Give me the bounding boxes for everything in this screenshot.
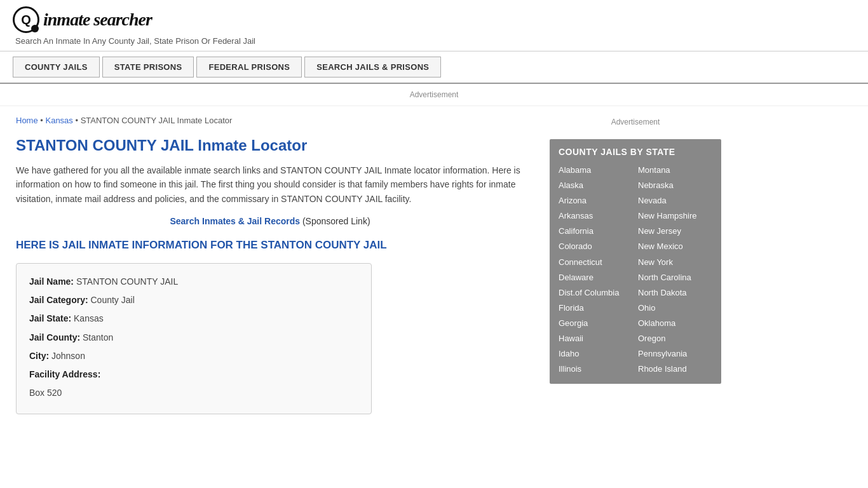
state-link-left-1[interactable]: Alaska [559, 179, 633, 193]
section-heading: HERE IS JAIL INMATE INFORMATION FOR THE … [16, 238, 524, 253]
sponsored-suffix-text: (Sponsored Link) [302, 216, 370, 226]
state-link-right-4[interactable]: New Jersey [638, 224, 712, 238]
nav-bar: COUNTY JAILS STATE PRISONS FEDERAL PRISO… [0, 51, 868, 84]
state-link-right-6[interactable]: New York [638, 255, 712, 269]
county-jails-title: COUNTY JAILS BY STATE [559, 147, 712, 157]
nav-link-state-prisons[interactable]: STATE PRISONS [102, 57, 194, 78]
state-link-right-7[interactable]: North Carolina [638, 271, 712, 285]
logo-text: inmate searcher [43, 10, 152, 30]
logo-icon: Q [13, 6, 39, 33]
nav-link-federal-prisons[interactable]: FEDERAL PRISONS [196, 57, 302, 78]
jail-name-val: STANTON COUNTY JAIL [76, 276, 178, 287]
state-link-left-9[interactable]: Florida [559, 301, 633, 315]
state-link-right-5[interactable]: New Mexico [638, 240, 712, 254]
header: Q inmate searcher Search An Inmate In An… [0, 0, 868, 51]
state-link-left-12[interactable]: Idaho [559, 347, 633, 361]
jail-state-label: Jail State: [29, 313, 71, 323]
nav-item-search[interactable]: SEARCH JAILS & PRISONS [304, 57, 441, 78]
jail-county-val: Stanton [83, 332, 113, 342]
state-link-left-2[interactable]: Arizona [559, 194, 633, 208]
ad-banner-label: Advertisement [410, 90, 459, 99]
ad-banner: Advertisement [0, 84, 868, 106]
jail-category-val: County Jail [90, 295, 134, 305]
state-link-left-7[interactable]: Delaware [559, 271, 633, 285]
logo-area: Q inmate searcher [13, 6, 855, 33]
state-link-right-10[interactable]: Oklahoma [638, 316, 712, 330]
sponsored-link-anchor[interactable]: Search Inmates & Jail Records [170, 216, 300, 226]
state-link-right-9[interactable]: Ohio [638, 301, 712, 315]
nav-link-search[interactable]: SEARCH JAILS & PRISONS [304, 57, 441, 78]
state-link-left-0[interactable]: Alabama [559, 163, 633, 177]
states-grid: AlabamaMontanaAlaskaNebraskaArizonaNevad… [559, 163, 712, 376]
content-area: Home • Kansas • STANTON COUNTY JAIL Inma… [0, 106, 540, 424]
jail-state-val: Kansas [74, 313, 104, 323]
description-text: We have gathered for you all the availab… [16, 163, 524, 206]
state-link-left-13[interactable]: Illinois [559, 362, 633, 376]
state-link-right-3[interactable]: New Hampshire [638, 209, 712, 223]
jail-category-label: Jail Category: [29, 295, 88, 305]
breadcrumb-sep2: • [75, 116, 80, 125]
breadcrumb-current: STANTON COUNTY JAIL Inmate Locator [81, 116, 233, 125]
state-link-left-8[interactable]: Dist.of Columbia [559, 286, 633, 300]
state-link-right-13[interactable]: Rhode Island [638, 362, 712, 376]
state-link-right-1[interactable]: Nebraska [638, 179, 712, 193]
state-link-right-0[interactable]: Montana [638, 163, 712, 177]
state-link-left-10[interactable]: Georgia [559, 316, 633, 330]
nav-item-federal-prisons[interactable]: FEDERAL PRISONS [196, 57, 302, 78]
nav-list: COUNTY JAILS STATE PRISONS FEDERAL PRISO… [13, 57, 855, 78]
jail-address-value-field: Box 520 [29, 385, 358, 401]
state-link-right-2[interactable]: Nevada [638, 194, 712, 208]
state-link-left-5[interactable]: Colorado [559, 240, 633, 254]
ad-sidebar: Advertisement [550, 112, 721, 132]
state-link-right-11[interactable]: Oregon [638, 332, 712, 346]
sidebar: Advertisement COUNTY JAILS BY STATE Alab… [540, 106, 731, 424]
jail-category-field: Jail Category: County Jail [29, 292, 358, 308]
breadcrumb: Home • Kansas • STANTON COUNTY JAIL Inma… [16, 116, 524, 125]
nav-item-state-prisons[interactable]: STATE PRISONS [102, 57, 194, 78]
info-card: Jail Name: STANTON COUNTY JAIL Jail Cate… [16, 263, 372, 414]
county-jails-box: COUNTY JAILS BY STATE AlabamaMontanaAlas… [550, 139, 721, 384]
state-link-left-4[interactable]: California [559, 224, 633, 238]
jail-address-label: Facility Address: [29, 369, 100, 379]
state-link-right-12[interactable]: Pennsylvania [638, 347, 712, 361]
state-link-left-11[interactable]: Hawaii [559, 332, 633, 346]
state-link-left-3[interactable]: Arkansas [559, 209, 633, 223]
jail-city-field: City: Johnson [29, 348, 358, 364]
nav-item-county-jails[interactable]: COUNTY JAILS [13, 57, 100, 78]
ad-sidebar-label: Advertisement [611, 118, 660, 126]
jail-county-label: Jail County: [29, 332, 80, 342]
jail-county-field: Jail County: Stanton [29, 330, 358, 346]
breadcrumb-state[interactable]: Kansas [45, 116, 72, 125]
page-title: STANTON COUNTY JAIL Inmate Locator [16, 137, 524, 154]
jail-state-field: Jail State: Kansas [29, 311, 358, 327]
sponsored-link-area: Search Inmates & Jail Records (Sponsored… [16, 216, 524, 226]
jail-name-label: Jail Name: [29, 276, 74, 287]
breadcrumb-home[interactable]: Home [16, 116, 38, 125]
jail-name-field: Jail Name: STANTON COUNTY JAIL [29, 274, 358, 290]
main-layout: Home • Kansas • STANTON COUNTY JAIL Inma… [0, 106, 868, 424]
jail-city-label: City: [29, 351, 49, 361]
nav-link-county-jails[interactable]: COUNTY JAILS [13, 57, 100, 78]
jail-address-val: Box 520 [29, 388, 62, 398]
state-link-right-8[interactable]: North Dakota [638, 286, 712, 300]
jail-city-val: Johnson [51, 351, 85, 361]
jail-address-field: Facility Address: [29, 367, 358, 383]
tagline: Search An Inmate In Any County Jail, Sta… [15, 36, 255, 46]
state-link-left-6[interactable]: Connecticut [559, 255, 633, 269]
